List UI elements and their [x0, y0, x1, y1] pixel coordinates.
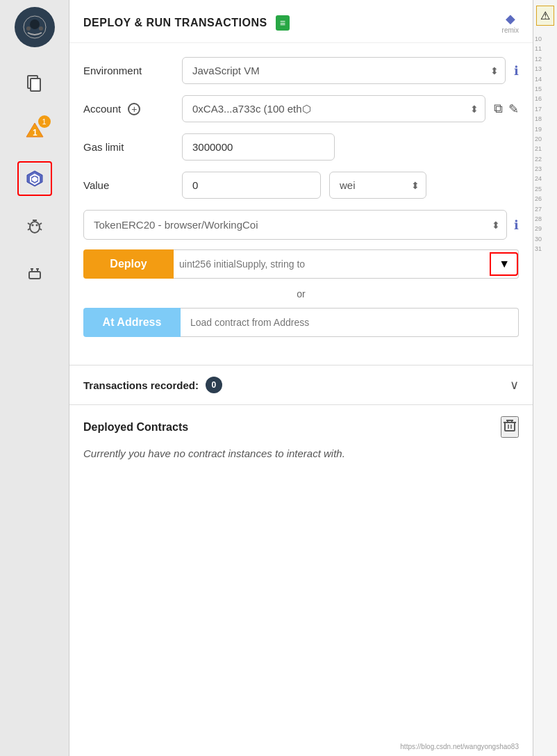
contract-row: TokenERC20 - browser/WorkingCoi ⬍ ℹ	[83, 210, 519, 240]
eth-icon: ◆	[506, 11, 515, 26]
deploy-dropdown-button[interactable]: ▼	[490, 252, 518, 276]
wei-select-wrap: wei gwei ether ⬍	[329, 172, 426, 199]
contract-info-icon[interactable]: ℹ	[514, 217, 519, 233]
page-title: DEPLOY & RUN TRANSACTIONS	[83, 17, 267, 29]
sidebar-item-files[interactable]	[17, 67, 52, 101]
account-actions: ⧉ ✎	[494, 101, 519, 117]
add-account-icon[interactable]: +	[128, 103, 140, 115]
gas-limit-label: Gas limit	[83, 141, 174, 153]
remix-logo: ◆ remix	[502, 11, 519, 34]
svg-point-2	[26, 26, 31, 31]
svg-line-17	[40, 223, 42, 224]
sidebar-item-deploy[interactable]	[17, 161, 52, 196]
svg-text:1: 1	[33, 128, 38, 138]
divider-1	[69, 365, 533, 365]
account-row: Account + 0xCA3...a733c (100 eth⬡ ⬍ ⧉ ✎	[83, 95, 519, 122]
transactions-chevron-icon[interactable]: ∨	[510, 377, 519, 393]
deployed-title: Deployed Contracts	[83, 421, 188, 434]
environment-label: Environment	[83, 65, 174, 76]
environment-row: Environment JavaScript VM Injected Web3 …	[83, 57, 519, 84]
footer-link: https://blog.csdn.net/wangyongshao83	[69, 737, 533, 756]
svg-line-19	[40, 229, 42, 230]
at-address-button[interactable]: At Address	[83, 308, 181, 337]
environment-info-icon[interactable]: ℹ	[514, 63, 519, 79]
remix-label: remix	[502, 26, 519, 34]
copy-account-button[interactable]: ⧉	[494, 101, 503, 116]
at-address-row: At Address	[83, 308, 519, 337]
sidebar-item-compiler[interactable]: 1 1	[17, 114, 52, 149]
header: DEPLOY & RUN TRANSACTIONS ≡ ◆ remix	[69, 0, 533, 43]
gas-limit-row: Gas limit	[83, 133, 519, 161]
value-label: Value	[83, 179, 174, 191]
svg-point-11	[30, 222, 40, 233]
transactions-label: Transactions recorded: 0	[83, 377, 222, 393]
svg-rect-25	[505, 422, 515, 431]
deploy-params-input[interactable]	[174, 258, 490, 270]
header-icon: ≡	[276, 15, 290, 31]
gas-limit-input[interactable]	[182, 133, 335, 161]
svg-point-13	[35, 224, 38, 227]
at-address-input[interactable]	[181, 308, 519, 337]
deploy-button[interactable]: Deploy	[83, 249, 174, 279]
sidebar-logo[interactable]	[15, 7, 55, 47]
value-inputs: wei gwei ether ⬍	[182, 172, 426, 199]
edit-account-button[interactable]: ✎	[508, 101, 519, 117]
clear-contracts-button[interactable]	[501, 416, 519, 438]
svg-line-16	[28, 223, 30, 224]
transactions-row: Transactions recorded: 0 ∨	[69, 377, 533, 404]
deploy-row: Deploy ▼	[83, 249, 519, 279]
deployed-header: Deployed Contracts	[83, 416, 519, 438]
deploy-params-wrap: ▼	[174, 249, 519, 279]
right-panel: ⚠ 10111213141516171819202122232425262728…	[533, 0, 557, 756]
svg-rect-5	[31, 79, 40, 91]
warning-icon: ⚠	[536, 6, 554, 26]
value-row: Value wei gwei ether ⬍	[83, 172, 519, 199]
environment-select-wrap: JavaScript VM Injected Web3 Web3 Provide…	[182, 57, 506, 84]
svg-rect-20	[29, 272, 40, 279]
deployed-section: Deployed Contracts Currently you have no…	[69, 416, 533, 462]
svg-line-18	[28, 229, 30, 230]
svg-point-3	[39, 26, 43, 31]
line-numbers: 1011121314151617181920212223242526272829…	[533, 31, 557, 257]
sidebar: 1 1	[0, 0, 69, 756]
transactions-text: Transactions recorded:	[83, 379, 199, 391]
contract-selector-wrap: TokenERC20 - browser/WorkingCoi ⬍	[83, 210, 507, 240]
account-select[interactable]: 0xCA3...a733c (100 eth⬡	[182, 95, 485, 122]
main-panel: DEPLOY & RUN TRANSACTIONS ≡ ◆ remix Envi…	[69, 0, 533, 756]
sidebar-item-plugin[interactable]	[17, 256, 52, 290]
divider-2	[69, 404, 533, 405]
or-text: or	[83, 288, 519, 299]
compiler-badge: 1	[38, 115, 51, 128]
sidebar-item-debug[interactable]	[17, 208, 52, 243]
deployed-empty-message: Currently you have no contract instances…	[83, 446, 519, 462]
contract-select[interactable]: TokenERC20 - browser/WorkingCoi	[83, 210, 507, 240]
value-input[interactable]	[182, 172, 321, 199]
svg-point-12	[31, 224, 33, 227]
svg-point-1	[30, 19, 40, 29]
account-label: Account +	[83, 103, 174, 115]
form-area: Environment JavaScript VM Injected Web3 …	[69, 43, 533, 365]
account-select-wrap: 0xCA3...a733c (100 eth⬡ ⬍	[182, 95, 485, 122]
wei-select[interactable]: wei gwei ether	[329, 172, 426, 199]
transactions-count-badge: 0	[206, 377, 222, 393]
environment-select[interactable]: JavaScript VM Injected Web3 Web3 Provide…	[182, 57, 506, 84]
